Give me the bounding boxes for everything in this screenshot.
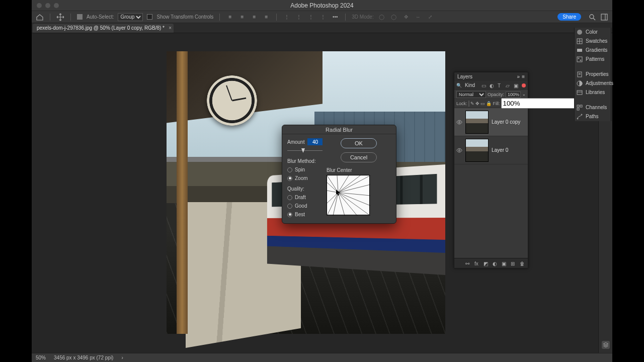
distribute-3-icon[interactable]: ⋮: [307, 13, 315, 21]
quality-best[interactable]: Best: [287, 212, 323, 217]
status-bar: 50% 3456 px x 3496 px (72 ppi) ›: [32, 353, 612, 362]
layer-name[interactable]: Layer 0 copy: [492, 119, 520, 125]
filter-adjust-icon[interactable]: ◐: [490, 83, 495, 88]
svg-line-20: [338, 185, 370, 193]
svg-line-25: [338, 193, 345, 216]
blur-center-widget[interactable]: [327, 175, 370, 215]
filter-toggle[interactable]: [522, 83, 526, 87]
lock-brush-icon[interactable]: ✎: [470, 101, 474, 106]
filter-type-icon[interactable]: T: [498, 83, 503, 88]
svg-line-19: [338, 175, 370, 193]
quality-draft[interactable]: Draft: [287, 195, 323, 200]
filter-kind-icon[interactable]: 🔍: [456, 83, 462, 88]
workspace-icon[interactable]: [600, 13, 608, 21]
move-tool-icon[interactable]: [56, 13, 64, 21]
blur-center-label: Blur Center: [327, 167, 391, 173]
document-info[interactable]: 3456 px x 3496 px (72 ppi): [54, 355, 113, 360]
zoom-level[interactable]: 50%: [36, 355, 46, 360]
distribute-1-icon[interactable]: ⋮: [283, 13, 291, 21]
amount-input[interactable]: [307, 138, 323, 145]
radial-blur-dialog: Radial Blur Amount Blur Method: Spin: [282, 125, 396, 224]
svg-rect-44: [577, 90, 582, 95]
3d-pan-icon: ✥: [402, 13, 410, 21]
titlebar: Adobe Photoshop 2024: [32, 0, 612, 11]
layers-menu-icon[interactable]: ≡: [522, 74, 525, 79]
layer-name[interactable]: Layer 0: [492, 147, 508, 153]
distribute-4-icon[interactable]: ⋮: [319, 13, 327, 21]
layer-thumbnail[interactable]: [465, 111, 489, 134]
home-icon[interactable]: [36, 13, 44, 21]
add-mask-icon[interactable]: ◩: [484, 261, 489, 266]
panel-libraries[interactable]: Libraries: [575, 88, 611, 97]
3d-orbit-icon: ◯: [378, 13, 386, 21]
align-right-icon[interactable]: ≡: [250, 13, 258, 21]
panel-properties[interactable]: Properties: [575, 70, 611, 79]
cancel-button[interactable]: Cancel: [341, 152, 377, 162]
show-transform-label: Show Transform Controls: [156, 14, 213, 20]
more-icon[interactable]: •••: [331, 13, 339, 21]
3d-scale-icon: ⤢: [426, 13, 434, 21]
search-icon[interactable]: [588, 13, 596, 21]
align-left-icon[interactable]: ≡: [226, 13, 234, 21]
layer-thumbnail[interactable]: [465, 139, 489, 162]
show-transform-checkbox[interactable]: [147, 14, 152, 20]
svg-point-0: [590, 15, 594, 19]
close-tab-icon[interactable]: ×: [169, 25, 172, 31]
blur-method-zoom[interactable]: Zoom: [287, 175, 323, 181]
quality-good[interactable]: Good: [287, 203, 323, 209]
adjustment-layer-icon[interactable]: ◐: [493, 261, 498, 266]
svg-rect-1: [601, 14, 607, 20]
amount-label: Amount: [287, 139, 304, 145]
quality-label: Quality:: [287, 186, 323, 192]
auto-select-label: Auto-Select:: [87, 14, 114, 20]
filter-shape-icon[interactable]: ▱: [506, 83, 511, 88]
rail-layers-icon[interactable]: [602, 341, 610, 349]
panel-adjustments[interactable]: Adjustments: [575, 79, 611, 88]
auto-select-dropdown[interactable]: Group: [118, 13, 143, 21]
delete-layer-icon[interactable]: 🗑: [520, 261, 525, 266]
align-top-icon[interactable]: ≡: [262, 13, 270, 21]
panel-paths[interactable]: Paths: [575, 112, 611, 121]
lock-position-icon[interactable]: ✥: [475, 101, 479, 106]
blur-method-spin[interactable]: Spin: [287, 167, 323, 172]
filter-smart-icon[interactable]: ▣: [514, 83, 519, 88]
group-icon[interactable]: ▣: [502, 261, 507, 266]
info-chevron-icon[interactable]: ›: [121, 355, 123, 360]
panel-swatches[interactable]: Swatches: [575, 37, 611, 46]
svg-point-34: [459, 121, 460, 123]
panel-color[interactable]: Color: [575, 28, 611, 37]
new-layer-icon[interactable]: ⊞: [511, 261, 516, 266]
mode-3d-label: 3D Mode:: [352, 14, 373, 20]
layer-row[interactable]: Layer 0 copy: [454, 108, 528, 136]
layers-panel-title[interactable]: Layers: [457, 74, 472, 79]
layers-collapse-icon[interactable]: »: [517, 74, 520, 79]
lock-pixels-icon[interactable]: [468, 101, 469, 107]
filter-image-icon[interactable]: ▭: [481, 83, 487, 88]
amount-slider[interactable]: [287, 148, 323, 153]
panel-channels[interactable]: Channels: [575, 103, 611, 112]
lock-all-icon[interactable]: 🔒: [486, 101, 491, 106]
blend-mode-select[interactable]: Normal: [456, 91, 486, 98]
layer-fx-icon[interactable]: fx: [474, 261, 479, 266]
align-center-h-icon[interactable]: ≡: [238, 13, 246, 21]
document-tabbar: pexels-dom-j-297836.jpg @ 50% (Layer 0 c…: [32, 23, 612, 33]
panel-gradients[interactable]: Gradients: [575, 46, 611, 55]
dialog-title: Radial Blur: [282, 125, 396, 134]
lock-artboard-icon[interactable]: ▭: [480, 101, 485, 106]
visibility-toggle-icon[interactable]: [456, 147, 462, 153]
svg-line-18: [338, 175, 360, 193]
visibility-toggle-icon[interactable]: [456, 119, 462, 125]
layers-panel: Layers » ≡ 🔍 Kind ▭ ◐ T ▱ ▣ Normal Opaci…: [454, 72, 528, 268]
blur-method-label: Blur Method:: [287, 158, 323, 164]
svg-point-41: [580, 60, 581, 61]
document-tab[interactable]: pexels-dom-j-297836.jpg @ 50% (Layer 0 c…: [33, 24, 174, 33]
opacity-input[interactable]: [506, 92, 521, 98]
layer-row[interactable]: Layer 0: [454, 136, 528, 164]
svg-rect-38: [577, 49, 582, 52]
auto-select-checkbox[interactable]: [77, 14, 83, 20]
panel-patterns[interactable]: Patterns: [575, 55, 611, 64]
link-layers-icon[interactable]: ⚯: [465, 261, 470, 266]
distribute-2-icon[interactable]: ⋮: [295, 13, 303, 21]
ok-button[interactable]: OK: [341, 138, 377, 148]
share-button[interactable]: Share: [557, 13, 581, 21]
